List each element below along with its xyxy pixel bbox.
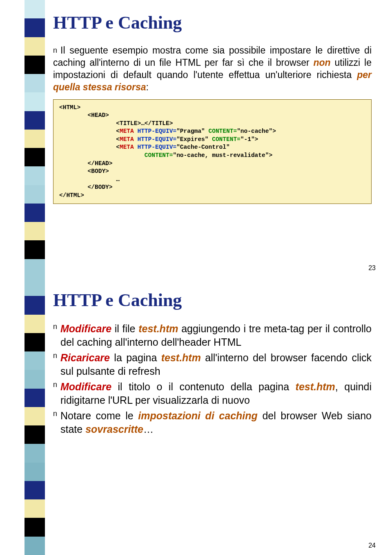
slide-number: 24: [368, 542, 376, 549]
step-note-override: n Notare come le impostazioni di caching…: [53, 409, 372, 436]
code-example-box: <HTML> <HEAD> <TITLE>…</TITLE> <META HTT…: [53, 99, 372, 204]
keyword-non: non: [314, 57, 331, 68]
bullet-marker: n: [53, 351, 57, 378]
bullet-marker: n: [53, 380, 57, 407]
intro-paragraph: nIl seguente esempio mostra come sia pos…: [53, 45, 372, 94]
decorative-stripe: [24, 0, 45, 278]
bullet-marker: n: [53, 322, 57, 349]
slide-http-caching-example: HTTP e Caching nIl seguente esempio most…: [0, 0, 392, 278]
decorative-stripe: [24, 278, 45, 555]
step-reload-page: n Ricaricare la pagina test.htm all'inte…: [53, 351, 372, 378]
step-modify-title: n Modificare il titolo o il contenuto de…: [53, 380, 372, 407]
bullet-marker: n: [53, 409, 57, 436]
slide-title: HTTP e Caching: [53, 12, 372, 33]
slide-http-caching-steps: HTTP e Caching n Modificare il file test…: [0, 278, 392, 555]
step-modify-file: n Modificare il file test.htm aggiungend…: [53, 322, 372, 349]
bullet-marker: n: [53, 46, 57, 54]
slide-title: HTTP e Caching: [53, 290, 372, 311]
slide-number: 23: [368, 264, 376, 272]
